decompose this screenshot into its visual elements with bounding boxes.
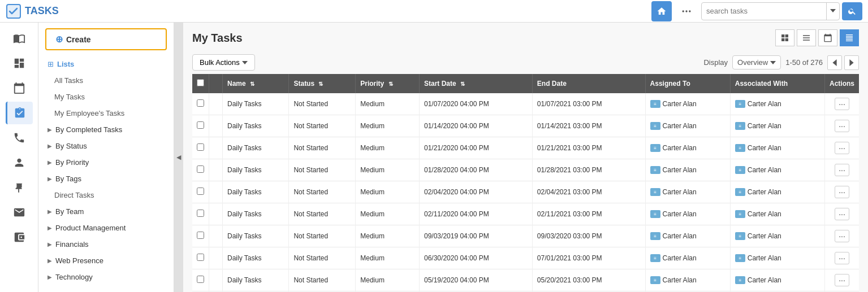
- row-checkbox[interactable]: [197, 143, 204, 151]
- sidebar-item-by-tags[interactable]: ▶ By Tags: [38, 171, 174, 187]
- row-checkbox-cell[interactable]: [192, 137, 209, 159]
- row-checkbox-cell[interactable]: [192, 225, 209, 247]
- row-checkbox[interactable]: [197, 232, 204, 239]
- row-checkbox[interactable]: [197, 121, 204, 129]
- row-assigned-to[interactable]: ≡Carter Alan: [645, 203, 730, 225]
- contacts-icon[interactable]: [6, 151, 33, 174]
- row-checkbox[interactable]: [197, 210, 204, 217]
- row-assigned-to[interactable]: ≡Carter Alan: [645, 247, 730, 269]
- sidebar-item-my-tasks[interactable]: My Tasks: [38, 89, 174, 105]
- row-checkbox-cell[interactable]: [192, 159, 209, 181]
- bulk-actions-button[interactable]: Bulk Actions: [192, 54, 255, 71]
- th-priority[interactable]: Priority ⇅: [356, 74, 420, 93]
- row-assigned-to[interactable]: ≡Carter Alan: [645, 181, 730, 203]
- row-assigned-to[interactable]: ≡Carter Alan: [645, 225, 730, 247]
- email-icon[interactable]: [6, 201, 33, 224]
- sidebar-item-financials[interactable]: ▶ Financials: [38, 236, 174, 252]
- row-more-button[interactable]: ···: [835, 120, 849, 132]
- row-name[interactable]: Daily Tasks: [223, 159, 289, 181]
- row-actions-cell[interactable]: ···: [824, 159, 859, 181]
- row-actions-cell[interactable]: ···: [824, 247, 859, 269]
- sidebar-item-technology[interactable]: ▶ Technology: [38, 269, 174, 285]
- row-name[interactable]: Daily Tasks: [223, 225, 289, 247]
- more-options-button[interactable]: [676, 1, 697, 21]
- row-more-button[interactable]: ···: [835, 230, 849, 242]
- row-checkbox[interactable]: [197, 165, 204, 173]
- row-associated-with[interactable]: ≡Carter Alan: [730, 115, 824, 137]
- row-checkbox-cell[interactable]: [192, 203, 209, 225]
- row-associated-with[interactable]: ≡Carter Alan: [730, 203, 824, 225]
- th-assigned-to[interactable]: Assigned To: [645, 74, 730, 93]
- sidebar-item-by-priority[interactable]: ▶ By Priority: [38, 154, 174, 171]
- row-checkbox-cell[interactable]: [192, 115, 209, 137]
- row-associated-with[interactable]: ≡Carter Alan: [730, 247, 824, 269]
- sidebar-item-by-completed[interactable]: ▶ By Completed Tasks: [38, 121, 174, 138]
- row-name[interactable]: Daily Tasks: [223, 137, 289, 159]
- row-assigned-to[interactable]: ≡Carter Alan: [645, 93, 730, 115]
- search-input[interactable]: [702, 7, 826, 15]
- row-assigned-to[interactable]: ≡Carter Alan: [645, 159, 730, 181]
- row-actions-cell[interactable]: ···: [824, 181, 859, 203]
- display-dropdown[interactable]: Overview: [732, 55, 781, 69]
- notes-icon[interactable]: [6, 226, 33, 249]
- sidebar-item-product-management[interactable]: ▶ Product Management: [38, 220, 174, 236]
- row-name[interactable]: Daily Tasks: [223, 181, 289, 203]
- calendar-view-button[interactable]: [818, 29, 837, 46]
- row-actions-cell[interactable]: ···: [824, 137, 859, 159]
- row-checkbox-cell[interactable]: [192, 247, 209, 269]
- sidebar-item-by-team[interactable]: ▶ By Team: [38, 203, 174, 220]
- row-associated-with[interactable]: ≡Carter Alan: [730, 93, 824, 115]
- row-name[interactable]: Daily Tasks: [223, 93, 289, 115]
- search-go-button[interactable]: [842, 2, 862, 20]
- row-checkbox[interactable]: [197, 99, 204, 107]
- sidebar-item-by-status[interactable]: ▶ By Status: [38, 138, 174, 154]
- row-name[interactable]: Daily Tasks: [223, 269, 289, 291]
- th-associated-with[interactable]: Associated With: [730, 74, 824, 93]
- sidebar-collapse-handle[interactable]: ◀: [174, 23, 183, 292]
- row-more-button[interactable]: ···: [835, 164, 849, 176]
- grid-view-button[interactable]: [775, 29, 794, 46]
- th-select-all[interactable]: [192, 74, 209, 93]
- row-checkbox[interactable]: [197, 254, 204, 261]
- row-more-button[interactable]: ···: [835, 142, 849, 154]
- row-assigned-to[interactable]: ≡Carter Alan: [645, 137, 730, 159]
- row-associated-with[interactable]: ≡Carter Alan: [730, 159, 824, 181]
- row-actions-cell[interactable]: ···: [824, 203, 859, 225]
- search-dropdown-button[interactable]: [826, 3, 839, 20]
- row-checkbox[interactable]: [197, 188, 204, 195]
- select-all-checkbox[interactable]: [197, 79, 204, 86]
- sidebar-item-web-presence[interactable]: ▶ Web Presence: [38, 252, 174, 269]
- row-actions-cell[interactable]: ···: [824, 225, 859, 247]
- lists-section-header[interactable]: ⊞ Lists: [38, 56, 174, 72]
- create-button[interactable]: ⊕ Create: [45, 28, 167, 50]
- sidebar-item-direct-tasks[interactable]: Direct Tasks: [38, 187, 174, 203]
- list-view-button[interactable]: [797, 29, 816, 46]
- sidebar-item-all-tasks[interactable]: All Tasks: [38, 72, 174, 89]
- pin-icon[interactable]: [6, 176, 33, 199]
- th-name[interactable]: Name ⇅: [223, 74, 289, 93]
- row-assigned-to[interactable]: ≡Carter Alan: [645, 115, 730, 137]
- row-actions-cell[interactable]: ···: [824, 115, 859, 137]
- row-actions-cell[interactable]: ···: [824, 93, 859, 115]
- row-more-button[interactable]: ···: [835, 98, 849, 110]
- row-checkbox-cell[interactable]: [192, 181, 209, 203]
- row-associated-with[interactable]: ≡Carter Alan: [730, 181, 824, 203]
- row-more-button[interactable]: ···: [835, 186, 849, 198]
- th-end-date[interactable]: End Date: [532, 74, 645, 93]
- table-view-button[interactable]: [840, 29, 859, 46]
- tasks-check-icon[interactable]: [6, 102, 33, 124]
- th-start-date[interactable]: Start Date ⇅: [420, 74, 533, 93]
- row-associated-with[interactable]: ≡Carter Alan: [730, 269, 824, 291]
- row-more-button[interactable]: ···: [835, 208, 849, 220]
- row-assigned-to[interactable]: ≡Carter Alan: [645, 269, 730, 291]
- calendar31-icon[interactable]: [6, 77, 33, 99]
- book-icon[interactable]: [6, 27, 33, 50]
- row-checkbox-cell[interactable]: [192, 93, 209, 115]
- th-status[interactable]: Status ⇅: [289, 74, 356, 93]
- row-name[interactable]: Daily Tasks: [223, 115, 289, 137]
- next-page-button[interactable]: [844, 55, 859, 70]
- phone-icon[interactable]: [6, 127, 33, 149]
- row-name[interactable]: Daily Tasks: [223, 203, 289, 225]
- sidebar-item-employee-tasks[interactable]: My Employee's Tasks: [38, 105, 174, 121]
- row-checkbox[interactable]: [197, 276, 204, 283]
